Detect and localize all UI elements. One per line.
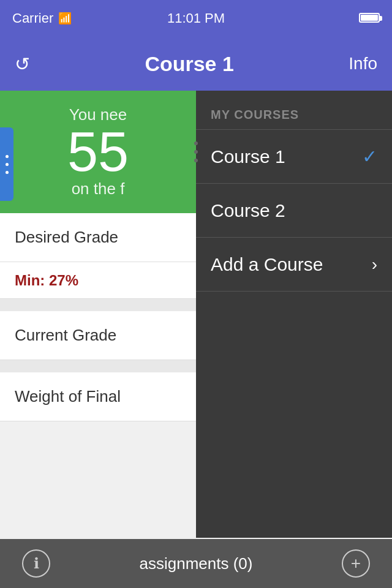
dropdown-dot-3 bbox=[194, 159, 198, 162]
handle-dot-2 bbox=[6, 163, 9, 166]
min-label: Min: 27% bbox=[15, 272, 78, 289]
dropdown-dot-1 bbox=[194, 141, 198, 145]
current-grade-label: Current Grade bbox=[15, 326, 116, 345]
my-courses-header: MY COURSES bbox=[196, 91, 392, 129]
weight-final-label: Weight of Final bbox=[15, 387, 121, 406]
battery-container bbox=[356, 10, 380, 26]
status-bar-left: Carrier 📶 bbox=[12, 10, 72, 26]
bottom-info-button[interactable]: ℹ bbox=[22, 549, 50, 578]
battery-icon bbox=[359, 13, 380, 23]
course-1-checkmark: ✓ bbox=[362, 146, 377, 167]
course-item-1[interactable]: Course 1 ✓ bbox=[196, 130, 392, 184]
current-grade-row[interactable]: Current Grade bbox=[0, 311, 196, 360]
status-bar: Carrier 📶 11:01 PM bbox=[0, 0, 392, 37]
handle-dot-1 bbox=[6, 155, 9, 158]
refresh-button[interactable]: ↺ bbox=[15, 53, 30, 75]
bottom-bar: ℹ assignments (0) + bbox=[0, 539, 392, 588]
desired-grade-row[interactable]: Desired Grade bbox=[0, 213, 196, 262]
nav-title: Course 1 bbox=[145, 52, 234, 76]
wifi-icon: 📶 bbox=[58, 12, 72, 25]
weight-final-row[interactable]: Weight of Final bbox=[0, 372, 196, 421]
main-content: You nee 55 on the f Desired Grade Min: 2… bbox=[0, 91, 392, 588]
min-row: Min: 27% bbox=[0, 262, 196, 299]
left-panel: You nee 55 on the f Desired Grade Min: 2… bbox=[0, 91, 196, 538]
carrier-label: Carrier bbox=[12, 10, 53, 26]
assignments-label[interactable]: assignments (0) bbox=[140, 554, 253, 573]
score-number: 55 bbox=[67, 124, 129, 179]
course-1-label: Course 1 bbox=[211, 146, 285, 167]
course-2-label: Course 2 bbox=[211, 200, 285, 221]
handle-dot-3 bbox=[6, 171, 9, 174]
info-button[interactable]: Info bbox=[349, 54, 377, 74]
status-bar-time: 11:01 PM bbox=[167, 10, 225, 26]
form-gap-1 bbox=[0, 299, 196, 311]
nav-bar: ↺ Course 1 Info bbox=[0, 37, 392, 91]
score-need-text: You nee bbox=[69, 105, 127, 124]
side-handle[interactable] bbox=[0, 127, 13, 201]
dropdown-dot-2 bbox=[194, 150, 198, 154]
add-assignment-button[interactable]: + bbox=[342, 549, 370, 578]
score-card: You nee 55 on the f bbox=[0, 91, 196, 213]
dropdown-handle bbox=[191, 127, 201, 176]
desired-grade-label: Desired Grade bbox=[15, 228, 118, 247]
course-item-2[interactable]: Course 2 bbox=[196, 184, 392, 238]
add-course-item[interactable]: Add a Course › bbox=[196, 238, 392, 292]
add-course-label: Add a Course bbox=[211, 254, 323, 275]
score-on-text: on the f bbox=[72, 179, 125, 198]
form-gap-2 bbox=[0, 360, 196, 372]
add-course-chevron-icon: › bbox=[372, 255, 377, 274]
courses-dropdown: MY COURSES Course 1 ✓ Course 2 Add a Cou… bbox=[196, 91, 392, 538]
